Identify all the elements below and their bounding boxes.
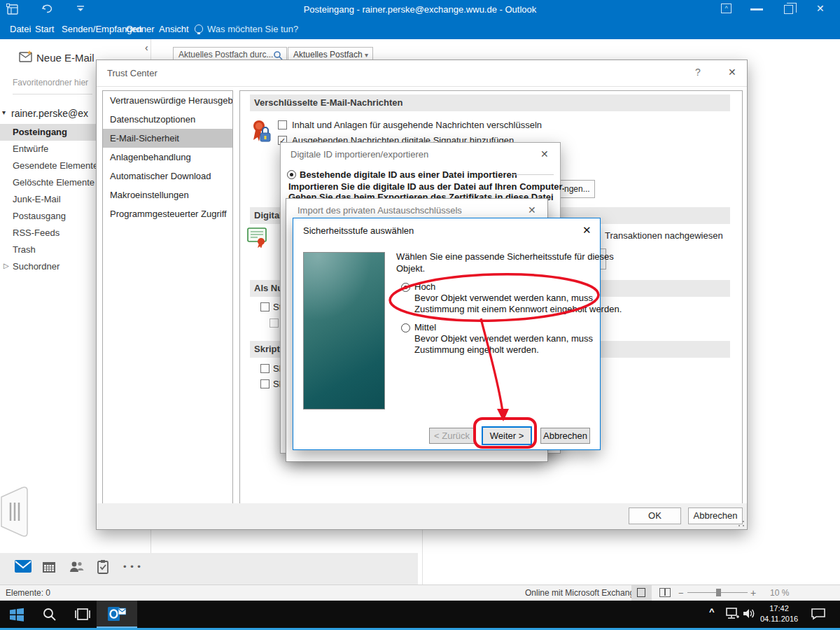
encrypt-checkbox[interactable]	[278, 120, 287, 130]
script-checkbox-2[interactable]	[260, 379, 270, 388]
lightbulb-icon	[195, 24, 203, 33]
next-button[interactable]: Weiter >	[482, 426, 532, 445]
reading-view-button[interactable]	[659, 588, 671, 597]
scope-text: Aktuelles Postfach	[293, 50, 363, 59]
favorites-hint: Favoritenordner hier	[13, 78, 93, 88]
sidebar-item-posteingang[interactable]: Posteingang	[0, 124, 96, 141]
close-icon[interactable]: ✕	[540, 148, 549, 160]
search-icon	[273, 50, 283, 60]
search-text: Aktuelles Postfach durc...	[178, 50, 273, 59]
connection-status: Online mit Microsoft Exchange	[525, 588, 639, 598]
cancel-button[interactable]: Abbrechen	[688, 507, 743, 524]
outlook-screen: Posteingang - rainer.perske@exchange.wwu…	[0, 0, 840, 630]
menu-item-email-sicherheit[interactable]: E-Mail-Sicherheit	[103, 129, 232, 148]
close-icon[interactable]: ✕	[728, 66, 736, 78]
ribbon-tab-row: Datei Start Senden/Empfangen Ordner Ansi…	[0, 20, 840, 39]
reading-pane-divider	[422, 530, 423, 584]
menu-item-datenschutz[interactable]: Datenschutzoptionen	[103, 110, 232, 129]
trust-center-titlebar: Trust Center ? ✕	[97, 60, 747, 87]
menu-item-herausgeber[interactable]: Vertrauenswürdige Herausgeber	[103, 91, 232, 110]
tray-clock[interactable]: 17:42 04.11.2016	[757, 603, 801, 624]
plaintext-sub-checkbox[interactable]	[270, 318, 279, 328]
help-icon[interactable]: ?	[695, 66, 701, 78]
security-prompt: Wählen Sie eine passende Sicherheitsstuf…	[396, 251, 627, 274]
certificate-icon	[246, 225, 269, 248]
tasks-module-icon[interactable]	[97, 559, 109, 574]
task-view-icon[interactable]	[74, 608, 91, 621]
network-icon[interactable]	[725, 608, 739, 620]
action-center-icon[interactable]	[811, 608, 826, 620]
tray-chevron-icon[interactable]: ^	[709, 606, 715, 617]
tab-datei[interactable]: Datei	[7, 20, 34, 39]
sidebar-item-junk[interactable]: Junk-E-Mail	[0, 191, 96, 208]
account-label: rainer.perske@ex	[11, 108, 95, 119]
close-icon[interactable]: ✕	[528, 204, 536, 216]
window-title: Posteingang - rainer.perske@exchange.wwu…	[0, 4, 840, 15]
sidebar-item-entwuerfe[interactable]: Entwürfe	[0, 141, 96, 158]
script-checkbox-1[interactable]	[260, 364, 270, 373]
zoom-slider-handle[interactable]	[716, 589, 721, 596]
tab-ansicht[interactable]: Ansicht	[156, 20, 192, 39]
wizard-watermark-image	[303, 252, 385, 410]
import-from-file-radio-label: Bestehende digitale ID aus einer Datei i…	[300, 169, 517, 180]
tell-me-label: Was möchten Sie tun?	[207, 24, 298, 34]
menu-item-programm[interactable]: Programmgesteuerter Zugriff	[103, 204, 232, 223]
menu-item-anlagen[interactable]: Anlagenbehandlung	[103, 148, 232, 167]
mittel-description: Bevor Objekt verwendet werden kann, muss…	[414, 333, 624, 355]
sidebar-item-postausgang[interactable]: Postausgang	[0, 208, 96, 225]
plaintext-checkbox[interactable]	[260, 302, 270, 312]
sidebar-item-suchordner[interactable]: Suchordner	[0, 258, 96, 275]
close-icon[interactable]: ✕	[582, 224, 592, 237]
radio-hoch-label: Hoch	[414, 281, 435, 292]
ok-button[interactable]: OK	[629, 507, 681, 524]
sidebar-item-gesendete[interactable]: Gesendete Elemente	[0, 158, 96, 174]
import-from-file-radio[interactable]	[287, 170, 296, 179]
calendar-module-icon[interactable]	[42, 561, 56, 573]
tray-time: 17:42	[757, 603, 801, 614]
dialog-title: Trust Center	[107, 68, 158, 78]
people-module-icon[interactable]	[69, 561, 84, 573]
menu-item-makro[interactable]: Makroeinstellungen	[103, 186, 232, 204]
zoom-level[interactable]: 10 %	[770, 588, 789, 598]
mail-module-icon[interactable]	[14, 559, 32, 573]
start-button[interactable]	[9, 607, 24, 622]
sidebar-item-rss[interactable]: RSS-Feeds	[0, 225, 96, 241]
back-button[interactable]: < Zurück	[429, 428, 475, 444]
items-count: Elemente: 0	[6, 588, 50, 598]
favorites-divider	[13, 94, 92, 94]
zoom-in-icon[interactable]: +	[750, 587, 756, 598]
radio-mittel-label: Mittel	[414, 322, 436, 332]
tell-me-box[interactable]: Was möchten Sie tun?	[192, 20, 301, 39]
more-modules-icon[interactable]: • • •	[123, 561, 141, 572]
tab-start[interactable]: Start	[32, 20, 57, 39]
status-bar: Elemente: 0 Online mit Microsoft Exchang…	[0, 584, 840, 601]
taskbar-outlook-button[interactable]	[97, 601, 137, 628]
menu-item-download[interactable]: Automatischer Download	[103, 167, 232, 186]
account-expand-icon[interactable]: ▾	[2, 108, 6, 116]
resize-grip[interactable]	[738, 520, 745, 527]
zoom-out-icon[interactable]: −	[678, 588, 684, 598]
radio-mittel[interactable]	[401, 323, 410, 332]
abort-button[interactable]: Abbrechen	[540, 428, 590, 444]
encrypt-checkbox-label: Inhalt und Anlagen für ausgehende Nachri…	[292, 120, 542, 130]
taskbar-search-icon[interactable]	[42, 607, 57, 622]
peek-drag-handle[interactable]	[0, 486, 32, 538]
sidebar-item-trash[interactable]: Trash	[0, 241, 96, 258]
close-window-button[interactable]: ✕	[816, 3, 825, 14]
window-titlebar: Posteingang - rainer.perske@exchange.wwu…	[0, 0, 840, 20]
layout-view-button[interactable]	[631, 585, 652, 601]
account-root[interactable]: ▾ rainer.perske@ex	[0, 106, 96, 123]
radio-hoch[interactable]	[401, 283, 410, 292]
speaker-icon[interactable]	[742, 608, 756, 620]
tab-ordner[interactable]: Ordner	[123, 20, 157, 39]
groupbox-line	[512, 174, 554, 175]
sidebar-item-geloeschte[interactable]: Gelöschte Elemente	[0, 174, 96, 191]
ribbon-display-options-icon[interactable]: ^	[721, 4, 732, 13]
collapse-pane-icon[interactable]: ‹	[145, 42, 148, 53]
new-mail-button[interactable]: Neue E-Mail	[36, 52, 94, 64]
restore-button[interactable]	[784, 5, 793, 14]
dialog-title: Import des privaten Austauschschlüssels	[298, 205, 462, 216]
minimize-button[interactable]	[750, 8, 763, 10]
outlook-taskbar-icon	[108, 606, 126, 622]
new-mail-icon	[18, 50, 34, 64]
